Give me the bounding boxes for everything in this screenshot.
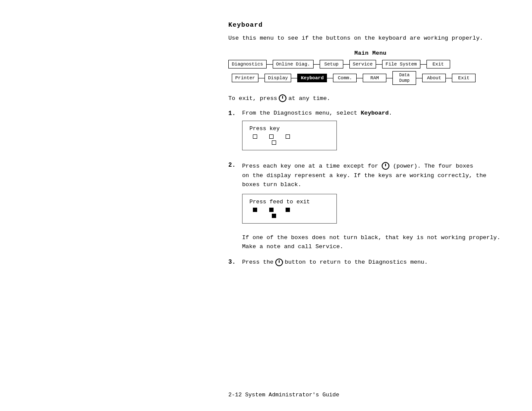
step-3-text: Press the button to return to the Diagno… (242, 258, 513, 266)
menu-item-ram: RAM (363, 74, 386, 82)
page-title: Keyboard (228, 22, 513, 29)
display-box-1: Press key (242, 121, 337, 150)
menu-item-service: Service (349, 60, 376, 68)
step-1: 1. From the Diagnostics menu, select Key… (228, 110, 513, 155)
connector (291, 78, 297, 78)
dot-filled (269, 208, 274, 212)
menu-label: Main Menu (228, 50, 513, 56)
exit-text-after: at any time. (288, 95, 330, 102)
power-icon-2 (382, 162, 389, 170)
dot-empty (272, 140, 276, 145)
dot-empty (269, 134, 274, 139)
intro-text: Use this menu to see if the buttons on t… (228, 35, 513, 41)
connector (446, 78, 452, 78)
menu-item-about: About (422, 74, 446, 82)
step-1-text-bold: Keyboard (361, 110, 389, 116)
connector (327, 78, 333, 78)
connector (343, 64, 349, 65)
menu-item-display: Display (264, 74, 291, 82)
menu-item-file-system: File System (382, 60, 420, 68)
display-dots-filled-row2 (249, 214, 330, 218)
exit-instruction: To exit, press at any time. (228, 94, 513, 102)
step-2-text: Press each key one at a time except for … (242, 162, 513, 190)
connector (357, 78, 363, 78)
connector (386, 78, 392, 78)
step-3: 3. Press the button to return to the Dia… (228, 258, 513, 266)
step-2-number: 2. (228, 162, 239, 168)
connector (267, 64, 273, 65)
display-box-2: Press feed to exit (242, 194, 337, 224)
display-dots-filled-row1 (249, 208, 330, 212)
step-3-number: 3. (228, 258, 239, 265)
page-footer: 2-12 System Administrator's Guide (228, 392, 339, 398)
power-icon (279, 94, 286, 102)
connector (314, 64, 320, 65)
display-dots-row1 (249, 134, 330, 139)
step-1-text: From the Diagnostics menu, select Keyboa… (242, 110, 513, 116)
menu-diagram: Main Menu Diagnostics Online Diag. Setup… (228, 50, 513, 85)
connector (258, 78, 264, 78)
step-1-content: From the Diagnostics menu, select Keyboa… (242, 110, 513, 155)
dot-filled (253, 208, 257, 212)
menu-item-keyboard: Keyboard (297, 74, 327, 82)
display-title-1: Press key (249, 125, 330, 132)
connector (416, 78, 422, 78)
step-3-content: Press the button to return to the Diagno… (242, 258, 513, 266)
menu-item-exit-1: Exit (426, 60, 450, 68)
step-1-text-after: . (389, 110, 392, 116)
menu-row-2: Printer Display Keyboard Comm. RAM DataD… (232, 71, 513, 85)
step-3-text-after: button to return to the Diagnostics menu… (285, 259, 428, 265)
step-2-content: Press each key one at a time except for … (242, 162, 513, 252)
dot-empty (253, 134, 257, 139)
step-1-number: 1. (228, 110, 239, 117)
connector (420, 64, 426, 65)
menu-item-online-diag: Online Diag. (273, 60, 314, 68)
step-2-text-main: Press each key one at a time except for (242, 163, 382, 169)
menu-item-diagnostics: Diagnostics (228, 60, 267, 68)
step-2: 2. Press each key one at a time except f… (228, 162, 513, 252)
step-1-text-before: From the Diagnostics menu, select (242, 110, 361, 116)
menu-item-printer: Printer (232, 74, 258, 82)
menu-item-data-dump: DataDump (392, 71, 416, 85)
dot-empty (286, 134, 290, 139)
dot-filled (272, 214, 276, 218)
dot-filled (286, 208, 290, 212)
menu-item-exit-2: Exit (452, 74, 476, 82)
connector (376, 64, 382, 65)
display-title-2: Press feed to exit (249, 199, 330, 205)
menu-row-1: Diagnostics Online Diag. Setup Service F… (228, 60, 513, 68)
exit-text-before: To exit, press (228, 95, 277, 102)
step-2-note: If one of the boxes does not turn black,… (242, 233, 513, 252)
step-3-text-before: Press the (242, 259, 274, 265)
menu-item-comm: Comm. (333, 74, 357, 82)
display-dots-row2 (249, 140, 330, 145)
power-icon-3 (275, 258, 283, 266)
menu-item-setup: Setup (320, 60, 343, 68)
